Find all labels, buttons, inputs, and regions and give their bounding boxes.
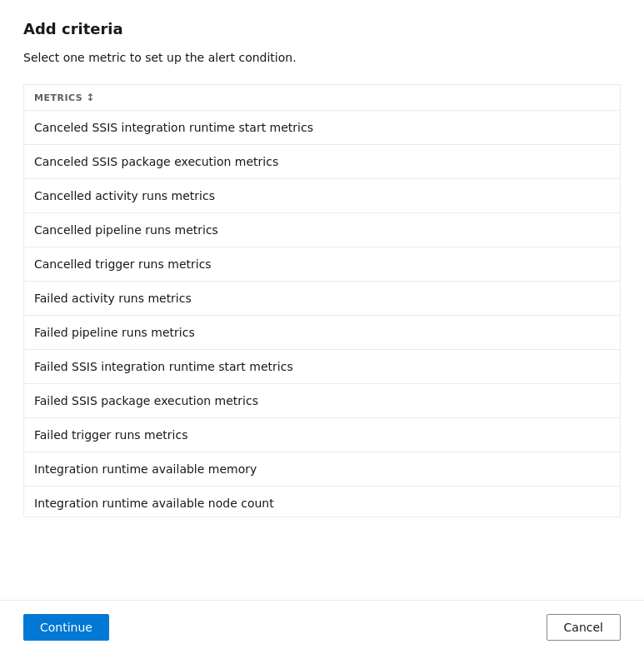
list-item[interactable]: Cancelled pipeline runs metrics (24, 213, 620, 247)
list-item[interactable]: Canceled SSIS package execution metrics (24, 145, 620, 179)
list-item[interactable]: Canceled SSIS integration runtime start … (24, 111, 620, 145)
metrics-header: METRICS ↕ (24, 85, 620, 111)
list-item[interactable]: Cancelled trigger runs metrics (24, 247, 620, 282)
metrics-header-label: METRICS (34, 92, 82, 103)
add-criteria-dialog: Add criteria Select one metric to set up… (0, 0, 644, 654)
metrics-list: Canceled SSIS integration runtime start … (24, 111, 620, 517)
dialog-footer: Continue Cancel (0, 600, 644, 654)
list-item[interactable]: Cancelled activity runs metrics (24, 179, 620, 213)
dialog-subtitle: Select one metric to set up the alert co… (23, 51, 621, 64)
list-item[interactable]: Failed pipeline runs metrics (24, 316, 620, 350)
list-item[interactable]: Failed SSIS integration runtime start me… (24, 350, 620, 384)
list-item[interactable]: Integration runtime available memory (24, 452, 620, 487)
list-item[interactable]: Failed trigger runs metrics (24, 418, 620, 452)
dialog-title: Add criteria (23, 20, 621, 37)
metrics-list-container[interactable]: METRICS ↕ Canceled SSIS integration runt… (23, 84, 621, 517)
list-item[interactable]: Failed SSIS package execution metrics (24, 384, 620, 418)
cancel-button[interactable]: Cancel (547, 614, 621, 641)
sort-icon[interactable]: ↕ (86, 92, 95, 103)
dialog-content: Add criteria Select one metric to set up… (0, 0, 644, 600)
continue-button[interactable]: Continue (23, 614, 109, 641)
list-item[interactable]: Integration runtime available node count (24, 487, 620, 517)
list-item[interactable]: Failed activity runs metrics (24, 282, 620, 316)
